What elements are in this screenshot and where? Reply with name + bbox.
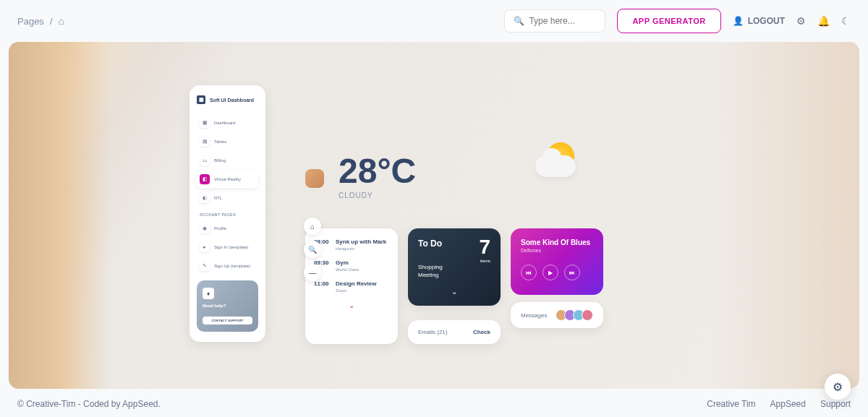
help-card: ♦ Need help? CONTACT SUPPORT (197, 280, 258, 332)
emails-check-link[interactable]: Check (473, 329, 490, 335)
app-generator-button[interactable]: APP GENERATOR (617, 9, 720, 33)
hero-background: ▦ Soft UI Dashboard ▦ Dashboard ▤ Tables… (9, 42, 859, 389)
search-input[interactable] (529, 16, 596, 26)
music-card: Some Kind Of Blues Deftones ⏮ ▶ ⏭ (511, 228, 603, 295)
weather-condition: CLOUDY (339, 192, 416, 199)
messages-card[interactable]: Messages (511, 302, 603, 328)
footer: © Creative-Tim - Coded by AppSeed. Creat… (0, 389, 868, 417)
sidebar-item-signup[interactable]: ✎ Sign Up (template) (197, 257, 258, 275)
weather-temperature: 28°C (339, 154, 416, 189)
footer-link[interactable]: Creative Tim (707, 399, 755, 409)
rtl-icon: ◐ (200, 193, 210, 203)
sidebar: ▦ Soft UI Dashboard ▦ Dashboard ▤ Tables… (190, 85, 265, 342)
dashboard-icon: ▦ (200, 118, 210, 128)
logout-button[interactable]: 👤 LOGOUT (733, 16, 785, 26)
cloud-icon (535, 155, 576, 177)
gear-icon: ⚙ (833, 380, 843, 394)
chevron-down-icon[interactable]: ⌄ (418, 288, 490, 296)
footer-copyright: © Creative-Tim - Coded by AppSeed. (17, 399, 161, 409)
play-button[interactable]: ▶ (542, 265, 558, 280)
settings-fab[interactable]: ⚙ (825, 374, 851, 400)
breadcrumb-root[interactable]: Pages (17, 16, 44, 27)
next-button[interactable]: ⏭ (564, 265, 580, 280)
contact-support-button[interactable]: CONTACT SUPPORT (203, 317, 252, 324)
sidebar-item-signin[interactable]: ▸ Sign In (template) (197, 238, 258, 256)
nav-minimize-icon[interactable]: — (304, 264, 321, 281)
nav-home-icon[interactable]: ⌂ (304, 218, 321, 235)
main-area: ⌂ 🔍 — 28°C CLOUDY 08:00 Synk up with Mar… (305, 154, 603, 344)
schedule-item[interactable]: 09:30 Gym World Class (314, 259, 389, 272)
user-icon: 👤 (733, 16, 744, 26)
bell-icon[interactable]: 🔔 (817, 15, 830, 27)
sidebar-item-virtual-reality[interactable]: ◧ Virtual Reality (197, 171, 258, 188)
signin-icon: ▸ (200, 242, 210, 252)
footer-link[interactable]: AppSeed (770, 399, 806, 409)
signup-icon: ✎ (200, 261, 210, 271)
cards-row: 08:00 Synk up with Mark Hangouts 09:30 G… (305, 228, 603, 344)
footer-links: Creative Tim AppSeed Support (707, 399, 851, 409)
sidebar-brand[interactable]: ▦ Soft UI Dashboard (197, 95, 258, 104)
schedule-item[interactable]: 11:00 Design Review Zoom (314, 280, 389, 293)
moon-icon[interactable]: ☾ (841, 15, 851, 27)
tables-icon: ▤ (200, 137, 210, 147)
chevron-down-icon[interactable]: ⌄ (314, 301, 389, 309)
sidebar-item-profile[interactable]: ◉ Profile (197, 220, 258, 237)
sidebar-item-billing[interactable]: ▭ Billing (197, 152, 258, 169)
vr-icon: ◧ (200, 174, 210, 184)
sidebar-item-rtl[interactable]: ◐ RTL (197, 189, 258, 207)
emails-card[interactable]: Emails (21) Check (408, 320, 501, 344)
profile-icon: ◉ (200, 223, 210, 233)
home-icon[interactable]: ⌂ (59, 15, 64, 27)
search-input-wrapper[interactable]: 🔍 (504, 9, 605, 33)
help-title: Need help? (203, 304, 252, 308)
sidebar-item-tables[interactable]: ▤ Tables (197, 133, 258, 150)
breadcrumb: Pages / ⌂ (17, 15, 64, 27)
billing-icon: ▭ (200, 155, 210, 165)
search-icon: 🔍 (514, 16, 524, 26)
help-icon: ♦ (203, 288, 214, 299)
sidebar-item-dashboard[interactable]: ▦ Dashboard (197, 114, 258, 132)
floating-nav: ⌂ 🔍 — (304, 218, 321, 281)
weather-icon (529, 139, 587, 183)
brand-icon: ▦ (197, 95, 205, 104)
prev-button[interactable]: ⏮ (521, 265, 537, 280)
nav-search-icon[interactable]: 🔍 (304, 241, 321, 258)
schedule-item[interactable]: 08:00 Synk up with Mark Hangouts (314, 238, 389, 251)
weather-widget: 28°C CLOUDY (305, 154, 603, 199)
sidebar-section-label: ACCOUNT PAGES (200, 212, 258, 217)
topbar: Pages / ⌂ 🔍 APP GENERATOR 👤 LOGOUT ⚙ 🔔 ☾ (0, 0, 868, 42)
avatar[interactable] (582, 309, 593, 321)
footer-link[interactable]: Support (820, 399, 851, 409)
todo-card[interactable]: To Do 7 items Shopping Meeting ⌄ (408, 228, 501, 306)
topbar-right: 🔍 APP GENERATOR 👤 LOGOUT ⚙ 🔔 ☾ (504, 9, 851, 33)
avatar[interactable] (305, 169, 324, 188)
message-avatars (558, 309, 593, 321)
music-controls: ⏮ ▶ ⏭ (521, 265, 593, 280)
gear-icon[interactable]: ⚙ (796, 15, 806, 27)
